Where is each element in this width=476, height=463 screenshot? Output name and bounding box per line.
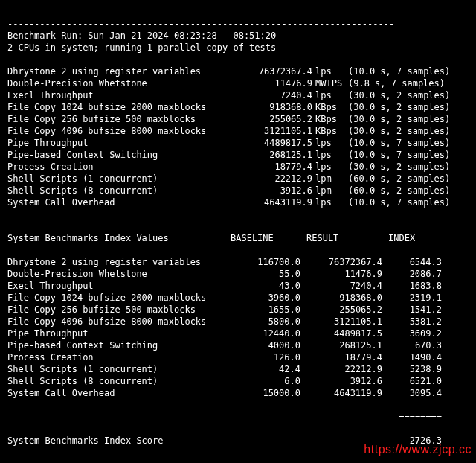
- result-value: 18779.4: [231, 161, 315, 173]
- index-result: 255065.2: [306, 304, 388, 316]
- result-value: 7240.4: [231, 89, 315, 101]
- index-index: 2319.1: [388, 292, 442, 304]
- result-config: (30.0 s, 2 samples): [348, 101, 450, 113]
- result-unit: KBps: [315, 101, 348, 113]
- index-name: Double-Precision Whetstone: [7, 268, 231, 280]
- result-row: File Copy 1024 bufsize 2000 maxblocks918…: [7, 101, 469, 113]
- index-name: Execl Throughput: [7, 280, 231, 292]
- index-row: Shell Scripts (1 concurrent)42.422212.95…: [7, 363, 469, 375]
- result-config: (30.0 s, 2 samples): [348, 113, 450, 125]
- result-unit: MWIPS: [315, 77, 348, 89]
- result-config: (30.0 s, 2 samples): [348, 89, 450, 101]
- result-config: (10.0 s, 7 samples): [348, 66, 450, 77]
- index-result: 22212.9: [306, 363, 388, 375]
- index-row: Pipe Throughput12440.04489817.53609.2: [7, 328, 469, 339]
- result-row: File Copy 4096 bufsize 8000 maxblocks312…: [7, 125, 469, 137]
- result-name: Dhrystone 2 using register variables: [7, 66, 231, 77]
- result-row: Execl Throughput7240.4lps(30.0 s, 2 samp…: [7, 89, 469, 101]
- result-value: 22212.9: [231, 173, 315, 185]
- index-result: 11476.9: [306, 268, 388, 280]
- index-baseline: 6.0: [231, 375, 306, 387]
- index-result: 268125.1: [306, 339, 388, 351]
- index-baseline: 5800.0: [231, 316, 306, 328]
- index-baseline: 126.0: [231, 351, 306, 363]
- result-config: (10.0 s, 7 samples): [348, 149, 450, 161]
- index-result: 4643119.9: [306, 387, 388, 399]
- index-index: 1683.8: [388, 280, 442, 292]
- result-row: Pipe Throughput4489817.5lps(10.0 s, 7 sa…: [7, 137, 469, 149]
- index-result: 4489817.5: [306, 328, 388, 339]
- result-unit: lps: [315, 161, 348, 173]
- index-index: 5381.2: [388, 316, 442, 328]
- index-row: Shell Scripts (8 concurrent)6.03912.6652…: [7, 375, 469, 387]
- result-unit: KBps: [315, 113, 348, 125]
- result-value: 4643119.9: [231, 197, 315, 208]
- result-value: 76372367.4: [231, 66, 315, 77]
- index-baseline: 116700.0: [231, 256, 306, 268]
- result-config: (10.0 s, 7 samples): [348, 197, 450, 208]
- index-baseline: 55.0: [231, 268, 306, 280]
- index-result: 7240.4: [306, 280, 388, 292]
- index-index: 5238.9: [388, 363, 442, 375]
- result-config: (30.0 s, 2 samples): [348, 161, 450, 173]
- score-label: System Benchmarks Index Score: [7, 435, 231, 447]
- index-values-block: Dhrystone 2 using register variables1167…: [7, 256, 469, 399]
- index-baseline: 15000.0: [231, 387, 306, 399]
- index-header-index: INDEX: [388, 232, 442, 244]
- index-index: 1541.2: [388, 304, 442, 316]
- cpu-line: 2 CPUs in system; running 1 parallel cop…: [7, 42, 276, 53]
- index-name: File Copy 4096 bufsize 8000 maxblocks: [7, 316, 231, 328]
- index-row: File Copy 1024 bufsize 2000 maxblocks396…: [7, 292, 469, 304]
- benchmark-run-line: Benchmark Run: Sun Jan 21 2024 08:23:28 …: [7, 31, 276, 41]
- index-baseline: 3960.0: [231, 292, 306, 304]
- index-result: 18779.4: [306, 351, 388, 363]
- result-unit: lps: [315, 66, 348, 77]
- result-row: Shell Scripts (8 concurrent)3912.6lpm(60…: [7, 185, 469, 197]
- index-name: Shell Scripts (8 concurrent): [7, 375, 231, 387]
- index-index: 3609.2: [388, 328, 442, 339]
- result-name: Double-Precision Whetstone: [7, 77, 231, 89]
- result-name: File Copy 4096 bufsize 8000 maxblocks: [7, 125, 231, 137]
- result-row: Pipe-based Context Switching268125.1lps(…: [7, 149, 469, 161]
- index-result: 918368.0: [306, 292, 388, 304]
- result-name: System Call Overhead: [7, 197, 231, 208]
- result-value: 3121105.1: [231, 125, 315, 137]
- index-baseline: 43.0: [231, 280, 306, 292]
- terminal-output: ----------------------------------------…: [0, 0, 476, 463]
- result-name: File Copy 1024 bufsize 2000 maxblocks: [7, 101, 231, 113]
- index-index: 670.3: [388, 339, 442, 351]
- index-header-baseline: BASELINE: [231, 232, 306, 244]
- index-result: 76372367.4: [306, 256, 388, 268]
- result-unit: lpm: [315, 185, 348, 197]
- watermark-url: https://www.zjcp.cc: [364, 444, 472, 456]
- index-row: Execl Throughput43.07240.41683.8: [7, 280, 469, 292]
- result-unit: lpm: [315, 173, 348, 185]
- index-row: Double-Precision Whetstone55.011476.9208…: [7, 268, 469, 280]
- result-value: 255065.2: [231, 113, 315, 125]
- index-index: 6544.3: [388, 256, 442, 268]
- result-value: 3912.6: [231, 185, 315, 197]
- index-header-row: System Benchmarks Index ValuesBASELINERE…: [7, 232, 469, 244]
- result-unit: lps: [315, 89, 348, 101]
- index-index: 3095.4: [388, 387, 442, 399]
- index-index: 1490.4: [388, 351, 442, 363]
- raw-results-block: Dhrystone 2 using register variables7637…: [7, 66, 469, 208]
- index-name: File Copy 256 bufsize 500 maxblocks: [7, 304, 231, 316]
- index-row: File Copy 256 bufsize 500 maxblocks1655.…: [7, 304, 469, 316]
- index-header-name: System Benchmarks Index Values: [7, 232, 231, 244]
- index-row: File Copy 4096 bufsize 8000 maxblocks580…: [7, 316, 469, 328]
- index-name: Pipe Throughput: [7, 328, 231, 339]
- result-name: Process Creation: [7, 161, 231, 173]
- result-row: File Copy 256 bufsize 500 maxblocks25506…: [7, 113, 469, 125]
- result-name: Pipe Throughput: [7, 137, 231, 149]
- divider-top: ----------------------------------------…: [7, 19, 394, 29]
- result-config: (60.0 s, 2 samples): [348, 185, 450, 197]
- index-header-result: RESULT: [306, 232, 388, 244]
- index-result: 3912.6: [306, 375, 388, 387]
- index-name: Dhrystone 2 using register variables: [7, 256, 231, 268]
- result-unit: lps: [315, 197, 348, 208]
- result-unit: lps: [315, 137, 348, 149]
- index-baseline: 12440.0: [231, 328, 306, 339]
- index-baseline: 1655.0: [231, 304, 306, 316]
- result-value: 918368.0: [231, 101, 315, 113]
